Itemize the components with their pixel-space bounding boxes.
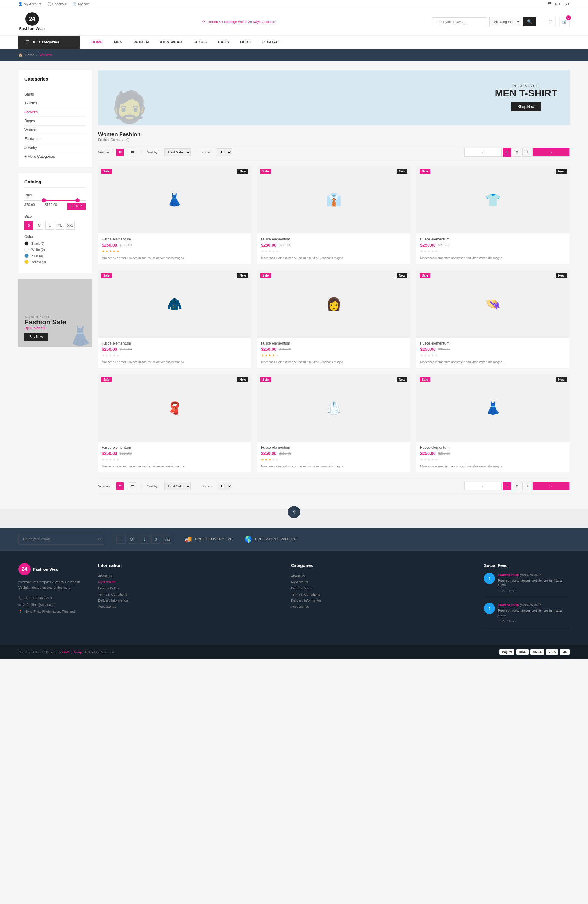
- social-avatar-1: t: [484, 573, 495, 584]
- list-view-bottom[interactable]: ☰: [129, 482, 136, 490]
- grid-view-button[interactable]: ☷: [116, 149, 124, 156]
- nav-home[interactable]: HOME: [86, 36, 108, 49]
- sidebar-catalog-section: Catalog Price $70.00 $110.00 FILTER Size…: [18, 173, 92, 273]
- amex-icon: AMEX: [530, 650, 544, 655]
- badge-new-7: New: [237, 378, 248, 382]
- prev-page-button[interactable]: ‹: [464, 148, 502, 156]
- footer-cat-about[interactable]: About Us: [291, 573, 472, 579]
- wishlist-button[interactable]: ♡: [545, 17, 556, 27]
- sort-select-bottom[interactable]: Best Sale: [164, 482, 191, 490]
- banner-buy-now-button[interactable]: Buy Now: [24, 333, 48, 341]
- sidebar-item-footwear[interactable]: Footwear: [24, 134, 86, 143]
- skype-social-icon[interactable]: S: [151, 534, 160, 544]
- checkout-link[interactable]: ◯ Checkout: [47, 2, 66, 6]
- next-page-bottom[interactable]: ›: [532, 482, 570, 490]
- nav-blog[interactable]: BLOG: [235, 36, 257, 49]
- nav-shoes[interactable]: SHOES: [188, 36, 213, 49]
- page-1-bottom[interactable]: 1: [503, 482, 511, 490]
- color-yellow[interactable]: Yellow (0): [24, 260, 86, 264]
- next-page-button[interactable]: ›: [532, 148, 570, 156]
- price-range: Price $70.00 $110.00 FILTER: [24, 193, 86, 210]
- size-l[interactable]: L: [45, 221, 54, 230]
- product-info-6: Fusce elementum $250.00 $215.00 ★ ★ ★ ★ …: [416, 338, 570, 368]
- compare-1[interactable]: ↻: [192, 223, 201, 230]
- prev-page-bottom[interactable]: ‹: [464, 482, 502, 490]
- size-s[interactable]: S: [24, 221, 33, 230]
- list-view-button[interactable]: ☰: [129, 149, 136, 156]
- filter-button[interactable]: FILTER: [67, 203, 86, 210]
- color-dot-white: [24, 248, 29, 252]
- sidebar-item-shirts[interactable]: Shirts: [24, 90, 86, 99]
- page-2-button[interactable]: 2: [513, 148, 521, 156]
- footer-accessories[interactable]: Accessories: [98, 604, 279, 610]
- footer-privacy-policy[interactable]: Privacy Policy: [98, 585, 279, 591]
- currency-selector[interactable]: $ ▾: [565, 2, 570, 6]
- price-current-9: $250.00: [420, 451, 436, 456]
- page-3-bottom[interactable]: 3: [522, 482, 531, 490]
- footer-cat-accessories[interactable]: Accessories: [291, 604, 472, 610]
- footer-cat-delivery[interactable]: Delivery Information: [291, 597, 472, 604]
- hamburger-icon: ☰: [26, 40, 29, 44]
- footer-credit-link[interactable]: 24WebGroup: [62, 650, 82, 654]
- googleplus-social-icon[interactable]: G+: [128, 534, 137, 544]
- size-m[interactable]: M: [35, 221, 43, 230]
- category-select[interactable]: All categorie: [489, 17, 521, 26]
- language-selector[interactable]: 🏴 EN ▾: [547, 2, 560, 6]
- sidebar-item-jewelry[interactable]: Jewelry: [24, 143, 86, 152]
- twitter-social-icon[interactable]: t: [140, 534, 149, 544]
- logo[interactable]: 24 Fashion Wear: [18, 12, 46, 31]
- rss-social-icon[interactable]: rss: [163, 534, 172, 544]
- footer-cat-terms[interactable]: Terms & Conditions: [291, 591, 472, 597]
- footer-cat-privacy[interactable]: Privacy Policy: [291, 585, 472, 591]
- product-image-2: 👔 Sale New: [257, 166, 410, 234]
- show-select[interactable]: 13: [217, 148, 232, 156]
- sidebar-item-jackets[interactable]: Jacket's: [24, 108, 86, 117]
- nav-women[interactable]: WOMEN: [128, 36, 154, 49]
- page-2-bottom[interactable]: 2: [513, 482, 521, 490]
- footer-cat-account[interactable]: My Account: [291, 579, 472, 585]
- price-slider[interactable]: [24, 200, 86, 201]
- grid-view-bottom[interactable]: ☷: [116, 482, 124, 490]
- page-3-button[interactable]: 3: [522, 148, 531, 156]
- color-black[interactable]: Black (0): [24, 242, 86, 246]
- newsletter-email-input[interactable]: [19, 534, 95, 544]
- nav-kidswear[interactable]: KIDS WEAR: [154, 36, 188, 49]
- social-name-2: 24WebGroup: [498, 603, 519, 607]
- mycart-link[interactable]: 🛒 My cart: [73, 2, 89, 6]
- nav-contact[interactable]: CONTACT: [257, 36, 287, 49]
- star1: ★: [102, 249, 105, 253]
- scroll-up-button[interactable]: ⇧: [288, 506, 300, 518]
- facebook-social-icon[interactable]: f: [116, 534, 126, 544]
- page-1-button[interactable]: 1: [503, 148, 511, 156]
- wishlist-1[interactable]: ♡: [181, 223, 190, 230]
- footer-delivery-info[interactable]: Delivery Information: [98, 597, 279, 604]
- size-xl[interactable]: XL: [56, 221, 64, 230]
- add-to-cart-1[interactable]: 🛒 Add to Cart: [149, 223, 180, 230]
- all-categories-button[interactable]: ☰ All Categories: [18, 36, 80, 49]
- breadcrumb-home[interactable]: Home: [25, 53, 35, 57]
- sidebar-item-tshirts[interactable]: T-Shirts: [24, 99, 86, 108]
- color-white[interactable]: White (0): [24, 248, 86, 252]
- color-blue[interactable]: Blue (0): [24, 254, 86, 258]
- sidebar-item-watchs[interactable]: Watchs: [24, 126, 86, 134]
- footer-my-account[interactable]: My Account: [98, 579, 279, 585]
- sort-select[interactable]: Best Sale: [164, 148, 191, 156]
- my-account-link[interactable]: 👤 My Account: [18, 2, 41, 6]
- show-select-bottom[interactable]: 13: [217, 482, 232, 490]
- nav-men[interactable]: MEN: [108, 36, 128, 49]
- cart-button[interactable]: 🛒 0: [559, 17, 570, 27]
- nav-bags[interactable]: BAGS: [213, 36, 235, 49]
- sidebar-item-bages[interactable]: Bages: [24, 117, 86, 126]
- toolbar-sep2: |: [196, 150, 197, 154]
- price-slider-max-thumb[interactable]: [75, 198, 80, 202]
- price-slider-min-thumb[interactable]: [42, 198, 46, 202]
- hero-shop-now-button[interactable]: Shop Now: [511, 102, 541, 111]
- search-input[interactable]: [432, 17, 487, 26]
- footer-terms[interactable]: Terms & Conditions: [98, 591, 279, 597]
- footer-bottom: CopyRight ©2017 Design by 24WebGroup . A…: [0, 645, 588, 659]
- search-button[interactable]: 🔍: [523, 17, 536, 26]
- size-xxl[interactable]: XXL: [66, 221, 75, 230]
- sidebar-more-categories[interactable]: + More Categories: [24, 152, 86, 161]
- footer-about-us[interactable]: About Us: [98, 573, 279, 579]
- footer-main: 24 Fashion Wear professor at Hampden-Syd…: [0, 551, 588, 645]
